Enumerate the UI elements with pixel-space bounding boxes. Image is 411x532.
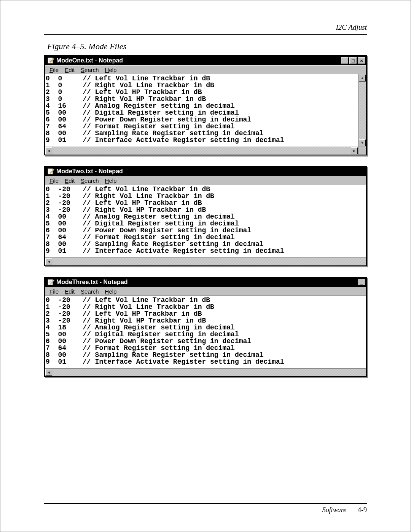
minimize-button[interactable]: _ — [341, 57, 349, 64]
notepad-icon[interactable] — [47, 279, 55, 286]
menu-help[interactable]: Help — [102, 67, 120, 73]
page-header: I2C Adjust — [44, 23, 367, 35]
menu-edit[interactable]: Edit — [62, 288, 78, 295]
menu-search[interactable]: Search — [78, 288, 102, 295]
titlebar[interactable]: ModeThree.txt - Notepad_ — [45, 278, 366, 287]
maximize-button[interactable]: □ — [349, 57, 357, 64]
scroll-left-button[interactable]: ◀ — [45, 369, 52, 376]
scroll-right-button[interactable]: ▶ — [351, 147, 358, 154]
notepad-icon[interactable] — [47, 57, 55, 64]
notepad-window: ModeTwo.txt - NotepadFileEditSearchHelp0… — [44, 166, 367, 266]
scroll-track[interactable] — [358, 82, 366, 139]
footer-page-number: 4-9 — [358, 506, 367, 514]
window-title: ModeThree.txt - Notepad — [56, 279, 128, 286]
notepad-window: ModeThree.txt - Notepad_FileEditSearchHe… — [44, 277, 367, 377]
scroll-track[interactable] — [53, 258, 366, 265]
size-grip[interactable] — [358, 147, 366, 155]
vertical-scrollbar[interactable]: ▲▼ — [358, 74, 366, 147]
menu-edit[interactable]: Edit — [62, 67, 78, 73]
scroll-left-button[interactable]: ◀ — [45, 147, 52, 154]
menu-edit[interactable]: Edit — [62, 177, 78, 184]
scroll-track[interactable] — [53, 369, 366, 376]
text-content[interactable]: 0 0 // Left Vol Line Trackbar in dB 1 0 … — [45, 74, 358, 147]
text-content[interactable]: 0 -20 // Left Vol Line Trackbar in dB 1 … — [45, 296, 366, 368]
close-button[interactable]: × — [358, 57, 365, 64]
menu-search[interactable]: Search — [78, 67, 102, 73]
minimize-button[interactable]: _ — [358, 279, 365, 286]
menu-search[interactable]: Search — [78, 177, 102, 184]
window-title: ModeOne.txt - Notepad — [56, 57, 123, 64]
menu-help[interactable]: Help — [102, 177, 120, 184]
notepad-window: ModeOne.txt - Notepad_□×FileEditSearchHe… — [44, 55, 367, 155]
footer-section: Software — [322, 506, 346, 514]
titlebar[interactable]: ModeOne.txt - Notepad_□× — [45, 56, 366, 65]
figure-caption: Figure 4–5. Mode Files — [47, 42, 367, 51]
menu-file[interactable]: File — [46, 67, 62, 73]
menubar: FileEditSearchHelp — [45, 176, 366, 185]
menubar: FileEditSearchHelp — [45, 287, 366, 296]
window-title: ModeTwo.txt - Notepad — [56, 168, 123, 175]
titlebar[interactable]: ModeTwo.txt - Notepad — [45, 167, 366, 176]
notepad-icon[interactable] — [47, 168, 55, 175]
page-footer: Software 4-9 — [44, 503, 367, 514]
scroll-down-button[interactable]: ▼ — [359, 139, 366, 146]
scroll-left-button[interactable]: ◀ — [45, 258, 52, 265]
menu-file[interactable]: File — [46, 288, 62, 295]
menubar: FileEditSearchHelp — [45, 65, 366, 74]
horizontal-scrollbar[interactable]: ◀ — [45, 257, 366, 265]
horizontal-scrollbar[interactable]: ◀ — [45, 368, 366, 376]
menu-help[interactable]: Help — [102, 288, 120, 295]
menu-file[interactable]: File — [46, 177, 62, 184]
text-content[interactable]: 0 -20 // Left Vol Line Trackbar in dB 1 … — [45, 185, 366, 257]
horizontal-scrollbar[interactable]: ◀▶ — [45, 147, 358, 155]
scroll-track[interactable] — [53, 147, 350, 155]
scroll-up-button[interactable]: ▲ — [359, 75, 366, 81]
